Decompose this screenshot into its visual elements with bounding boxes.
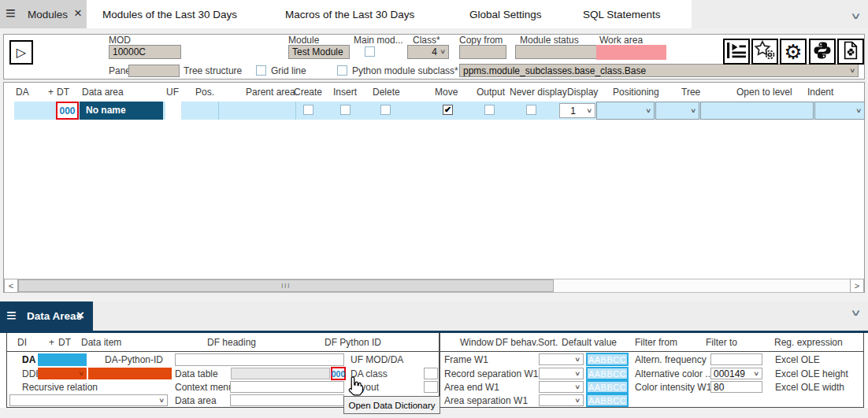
work-area-field[interactable] [596, 45, 666, 60]
run-list-icon [726, 41, 747, 63]
hdr-df-heading: DF heading [207, 338, 256, 348]
col-data-area: Data area [82, 87, 124, 98]
context-menu-input[interactable] [230, 381, 344, 393]
frame-w1-color-swatch[interactable]: AABBCC [586, 353, 629, 366]
tab-data-areas-close-icon[interactable]: × [76, 308, 84, 324]
row-dt-code-button[interactable]: 000 [56, 102, 79, 120]
col-move: Move [435, 87, 458, 98]
tab-modules-close-icon[interactable]: × [74, 6, 82, 21]
grid-line-checkbox[interactable] [256, 65, 266, 76]
class-dropdown[interactable]: 4 [407, 45, 449, 59]
h-scrollbar-left-button[interactable]: < [4, 279, 18, 293]
mod-field[interactable]: 10000C [109, 45, 181, 59]
main-mod-checkbox[interactable] [365, 46, 375, 57]
star-gear-button[interactable] [751, 39, 778, 65]
record-separation-w1-color-swatch[interactable]: AABBCC [586, 367, 629, 380]
data-areas-collapse-chevron-down-icon[interactable]: ∨ [850, 308, 862, 316]
recursive-relation-dropdown[interactable] [9, 394, 168, 406]
content-top-line [6, 351, 864, 352]
copy-from-field[interactable] [459, 45, 506, 59]
app-window: ≡ Modules × Modules of the Last 30 Days … [0, 0, 868, 418]
menu-hamburger-icon[interactable]: ≡ [6, 4, 16, 23]
hdr-plus[interactable]: + [49, 338, 54, 348]
tree-structure-label: Tree structure [184, 66, 242, 76]
row-display-dropdown[interactable]: 1 [559, 103, 595, 118]
data-area-input[interactable] [230, 394, 344, 406]
col-plus[interactable]: + [48, 87, 54, 98]
row-tree-dropdown[interactable] [655, 102, 699, 120]
data-areas-hamburger-icon[interactable]: ≡ [6, 306, 17, 325]
h-scrollbar-thumb[interactable]: III [18, 279, 554, 292]
row-never-display-checkbox[interactable] [526, 105, 536, 115]
da-class-field[interactable] [424, 368, 438, 379]
layout-field[interactable] [424, 381, 438, 393]
row-insert-checkbox[interactable] [340, 105, 351, 115]
python-file-icon [842, 40, 859, 64]
data-area-label: Data area [175, 396, 217, 406]
ddi-item-field[interactable] [88, 368, 172, 379]
alternative-color-dropdown[interactable]: 000149 [710, 368, 762, 379]
excel-ole-label: Excel OLE [775, 355, 820, 365]
panel-field[interactable] [128, 65, 180, 77]
main-mod-label: Main mod... [354, 35, 403, 46]
tab-sql-statements[interactable]: SQL Statements [583, 8, 661, 21]
excel-ole-height-label: Excel OLE height [775, 369, 848, 379]
row-move-checkbox[interactable]: ✔ [443, 105, 453, 115]
area-separation-w1-color-swatch[interactable]: AABBCC [586, 394, 629, 407]
col-da: DA [16, 87, 29, 98]
col-tree: Tree [681, 87, 700, 98]
da-heading-input[interactable] [175, 353, 344, 366]
hdr-di: DI [17, 338, 27, 348]
tab-macros-last-30-days[interactable]: Macros of the Last 30 Days [285, 8, 414, 21]
area-end-w1-dropdown[interactable] [539, 381, 584, 393]
color-intensity-w1-input[interactable]: 80 [710, 381, 762, 393]
data-table-label: Data table [175, 369, 218, 379]
row-indent-dropdown[interactable] [814, 102, 865, 120]
area-end-w1-color-swatch[interactable]: AABBCC [586, 380, 629, 394]
tab-modules-last-30-days[interactable]: Modules of the Last 30 Days [102, 8, 237, 21]
run-list-button[interactable] [723, 39, 750, 65]
row-open-to-level-cell[interactable] [700, 102, 814, 120]
grid-line-label: Grid line [271, 66, 306, 76]
python-file-button[interactable] [837, 39, 864, 65]
col-output: Output [477, 87, 505, 98]
da-label: DA [22, 355, 35, 365]
star-gear-icon [754, 40, 776, 64]
col-positioning: Positioning [613, 87, 659, 98]
base-class-dropdown[interactable]: ppms.module_subclasses.base_class.Base [459, 64, 859, 77]
tab-bar-collapse-chevron-down-icon[interactable]: ∨ [850, 11, 862, 20]
row-positioning-dropdown[interactable] [596, 102, 655, 120]
col-open-to-level: Open to level [736, 87, 792, 98]
row-delete-checkbox[interactable] [380, 105, 391, 115]
ddi-dropdown[interactable] [38, 368, 87, 379]
row-data-area-name-cell[interactable]: No name [80, 102, 163, 120]
tab-data-areas-label: Data Areas [27, 310, 82, 322]
row-gap [165, 102, 181, 120]
module-field[interactable]: Test Module [288, 45, 350, 59]
row-output-checkbox[interactable] [484, 105, 495, 115]
cell-divider [295, 102, 296, 120]
row-create-checkbox[interactable] [303, 105, 313, 115]
col-dt: DT [57, 87, 69, 98]
frame-w1-label: Frame W1 [444, 355, 488, 365]
hdr-filter-to: Filter to [706, 338, 737, 348]
tab-bar-right-fill [692, 0, 868, 28]
area-end-w1-label: Area end W1 [444, 383, 499, 393]
python-icon [813, 41, 832, 63]
gear-button[interactable]: ⚙ [780, 39, 807, 65]
python-subclass-checkbox[interactable] [337, 65, 347, 76]
area-separation-w1-label: Area separation W1 [444, 396, 528, 406]
context-menu-label: Context menu [175, 383, 234, 393]
hdr-sort: Sort. [538, 338, 558, 348]
record-separation-w1-dropdown[interactable] [539, 368, 584, 379]
data-table-field[interactable] [231, 368, 330, 379]
data-dictionary-code-button[interactable]: 000 [331, 367, 346, 380]
area-separation-w1-dropdown[interactable] [539, 394, 584, 406]
run-module-button[interactable]: ▷ [9, 40, 33, 65]
h-scrollbar-right-button[interactable]: > [850, 279, 864, 293]
altern-frequency-input[interactable] [710, 353, 762, 365]
tab-global-settings[interactable]: Global Settings [469, 8, 542, 21]
python-button[interactable] [809, 39, 836, 65]
frame-w1-dropdown[interactable] [539, 353, 584, 365]
da-item-field[interactable] [38, 353, 87, 366]
